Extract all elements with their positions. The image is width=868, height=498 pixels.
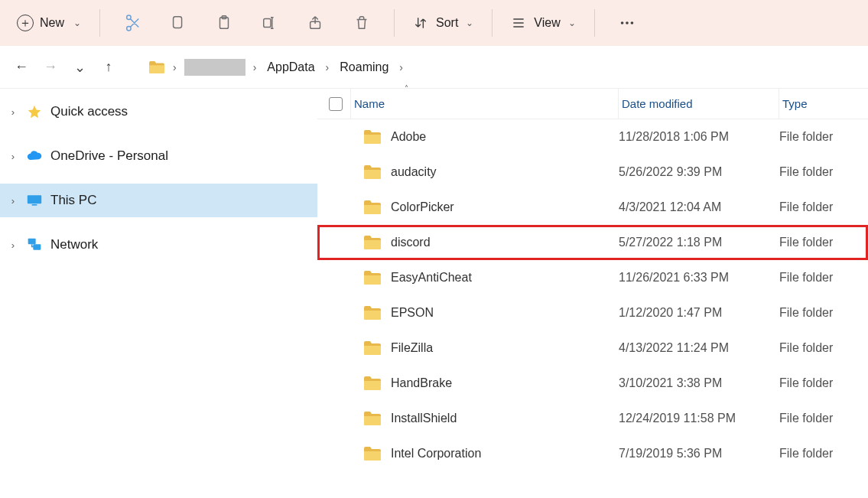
- file-row[interactable]: EasyAntiCheat 11/26/2021 6:33 PM File fo…: [317, 260, 868, 295]
- row-date: 1/12/2020 1:47 PM: [619, 306, 779, 320]
- monitor-icon: [26, 194, 43, 207]
- back-button[interactable]: ←: [9, 55, 34, 80]
- up-button[interactable]: ↑: [96, 55, 121, 80]
- view-label: View: [534, 16, 560, 30]
- row-date: 3/10/2021 3:38 PM: [619, 376, 779, 390]
- list-icon: [511, 15, 526, 31]
- share-icon: [307, 15, 324, 31]
- row-name-cell: FileZilla: [351, 340, 619, 356]
- view-button[interactable]: View ⌄: [503, 11, 583, 35]
- file-row[interactable]: EPSON 1/12/2020 1:47 PM File folder: [317, 295, 868, 330]
- nav-row: ← → ⌄ ↑ › › AppData › Roaming ›: [0, 46, 868, 89]
- sidebar-item-quick-access[interactable]: › Quick access: [0, 95, 317, 129]
- row-date: 12/24/2019 11:58 PM: [619, 412, 779, 425]
- svg-rect-8: [28, 195, 41, 203]
- column-date-label: Date modified: [622, 97, 693, 110]
- row-name: FileZilla: [391, 341, 433, 355]
- breadcrumb-separator: ›: [253, 61, 257, 73]
- svg-point-6: [626, 21, 629, 24]
- row-date: 11/28/2018 1:06 PM: [619, 130, 779, 144]
- breadcrumb-appdata[interactable]: AppData: [264, 59, 317, 76]
- folder-icon: [363, 376, 382, 391]
- more-button[interactable]: [606, 6, 649, 40]
- folder-icon: [363, 305, 382, 321]
- delete-button[interactable]: [340, 6, 383, 40]
- breadcrumb-separator: ›: [399, 61, 403, 73]
- folder-icon: [363, 340, 382, 356]
- toolbar-separator: [492, 9, 493, 37]
- file-row[interactable]: ColorPicker 4/3/2021 12:04 AM File folde…: [317, 190, 868, 225]
- row-name: discord: [391, 236, 431, 249]
- chevron-right-icon: ›: [8, 195, 18, 207]
- rename-button[interactable]: [249, 6, 291, 40]
- sidebar-item-network[interactable]: › Network: [0, 228, 317, 262]
- row-name: Intel Corporation: [391, 447, 481, 461]
- column-type-label: Type: [782, 97, 808, 110]
- row-type: File folder: [779, 376, 868, 390]
- cloud-icon: [26, 151, 43, 161]
- chevron-right-icon: ›: [8, 106, 18, 118]
- file-row[interactable]: InstallShield 12/24/2019 11:58 PM File f…: [317, 401, 868, 436]
- row-name-cell: ColorPicker: [351, 200, 619, 215]
- toolbar-separator: [394, 9, 395, 37]
- column-name[interactable]: ˄ Name: [351, 89, 619, 119]
- file-row[interactable]: FileZilla 4/13/2022 11:24 PM File folder: [317, 330, 868, 366]
- row-name-cell: EasyAntiCheat: [351, 270, 619, 285]
- file-row[interactable]: Intel Corporation 7/19/2019 5:36 PM File…: [317, 436, 868, 471]
- file-row[interactable]: discord 5/27/2022 1:18 PM File folder: [317, 225, 868, 260]
- trash-icon: [353, 15, 370, 31]
- row-date: 5/26/2022 9:39 PM: [619, 165, 779, 179]
- recent-locations-button[interactable]: ⌄: [67, 55, 92, 80]
- column-type[interactable]: Type: [779, 89, 868, 119]
- sort-label: Sort: [436, 16, 458, 30]
- folder-icon: [363, 411, 382, 426]
- file-row[interactable]: Adobe 11/28/2018 1:06 PM File folder: [317, 119, 868, 155]
- sort-button[interactable]: Sort ⌄: [405, 11, 481, 35]
- toolbar: ＋ New ⌄ Sort ⌄ View ⌄: [0, 0, 868, 46]
- sort-ascending-icon: ˄: [405, 84, 408, 93]
- breadcrumb[interactable]: › › AppData › Roaming ›: [141, 52, 862, 83]
- scissors-icon: [124, 15, 141, 31]
- row-name: InstallShield: [391, 412, 457, 425]
- paste-button[interactable]: [203, 6, 245, 40]
- row-type: File folder: [779, 200, 868, 214]
- sidebar-item-this-pc[interactable]: › This PC: [0, 184, 317, 217]
- row-name-cell: HandBrake: [351, 376, 619, 391]
- forward-button[interactable]: →: [38, 55, 63, 80]
- row-name-cell: audacity: [351, 164, 619, 180]
- row-date: 4/3/2021 12:04 AM: [619, 200, 779, 214]
- sidebar-item-label: Quick access: [50, 104, 128, 119]
- svg-rect-9: [32, 204, 37, 206]
- star-icon: [26, 104, 43, 119]
- file-row[interactable]: audacity 5/26/2022 9:39 PM File folder: [317, 155, 868, 190]
- file-pane: ˄ Name Date modified Type Adobe 11/28/20…: [317, 89, 868, 498]
- folder-icon: [363, 200, 382, 215]
- breadcrumb-separator: ›: [326, 61, 330, 73]
- share-button[interactable]: [294, 6, 337, 40]
- folder-icon: [363, 270, 382, 285]
- row-name-cell: InstallShield: [351, 411, 619, 426]
- copy-button[interactable]: [157, 6, 200, 40]
- breadcrumb-roaming[interactable]: Roaming: [336, 59, 392, 76]
- row-name-cell: EPSON: [351, 305, 619, 321]
- breadcrumb-separator: ›: [173, 61, 177, 73]
- breadcrumb-user-redacted[interactable]: [184, 59, 245, 76]
- file-row[interactable]: HandBrake 3/10/2021 3:38 PM File folder: [317, 366, 868, 401]
- sidebar-item-onedrive[interactable]: › OneDrive - Personal: [0, 139, 317, 173]
- svg-point-7: [630, 21, 633, 24]
- cut-button[interactable]: [111, 6, 154, 40]
- row-type: File folder: [779, 412, 868, 425]
- new-button[interactable]: ＋ New ⌄: [9, 10, 89, 36]
- row-name-cell: discord: [351, 235, 619, 250]
- row-name-cell: Adobe: [351, 129, 619, 145]
- toolbar-separator: [594, 9, 595, 37]
- rename-icon: [262, 15, 278, 31]
- row-name: HandBrake: [391, 376, 452, 390]
- select-all-checkbox[interactable]: [317, 89, 351, 119]
- main: › Quick access › OneDrive - Personal › T…: [0, 89, 868, 498]
- row-name: EPSON: [391, 306, 434, 320]
- row-type: File folder: [779, 271, 868, 285]
- column-date[interactable]: Date modified: [619, 89, 779, 119]
- sidebar-item-label: Network: [50, 237, 98, 252]
- svg-point-5: [621, 21, 624, 24]
